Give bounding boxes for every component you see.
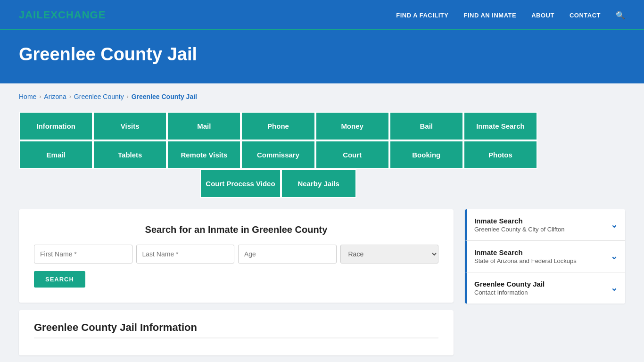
sep1: ›: [39, 93, 41, 100]
nav-links: FIND A FACILITY FIND AN INMATE ABOUT CON…: [396, 11, 625, 20]
sidebar-contact-info[interactable]: Greenlee County Jail Contact Information…: [465, 272, 625, 304]
btn-court[interactable]: Court: [315, 140, 389, 169]
hero-section: Greenlee County Jail: [0, 30, 644, 83]
btn-court-process-video[interactable]: Court Process Video: [200, 169, 281, 198]
btn-mail[interactable]: Mail: [167, 112, 241, 140]
btn-photos[interactable]: Photos: [463, 140, 537, 169]
main-area: Home › Arizona › Greenlee County › Green…: [0, 83, 644, 362]
left-column: Search for an Inmate in Greenlee County …: [19, 209, 454, 355]
sidebar-inmate-search-arizona[interactable]: Inmate Search State of Arizona and Feder…: [465, 241, 625, 272]
content-layout: Search for an Inmate in Greenlee County …: [19, 209, 625, 355]
btn-remote-visits[interactable]: Remote Visits: [167, 140, 241, 169]
search-fields: Race White Black Hispanic Asian Native A…: [34, 245, 438, 263]
sidebar-item-title-2: Inmate Search: [474, 248, 577, 256]
logo[interactable]: JAILEXCHANGE: [19, 9, 106, 21]
btn-email[interactable]: Email: [19, 140, 93, 169]
chevron-down-icon-3: ⌄: [611, 283, 618, 293]
find-facility-link[interactable]: FIND A FACILITY: [396, 12, 448, 19]
btn-bail[interactable]: Bail: [389, 112, 463, 140]
sidebar-inmate-search-greenlee[interactable]: Inmate Search Greenlee County & City of …: [465, 209, 625, 241]
breadcrumb-arizona[interactable]: Arizona: [44, 93, 66, 100]
btn-row-3: Court Process Video Nearby Jails: [19, 169, 537, 198]
breadcrumb-home[interactable]: Home: [19, 93, 36, 100]
breadcrumb: Home › Arizona › Greenlee County › Green…: [19, 93, 625, 100]
search-icon[interactable]: 🔍: [616, 11, 625, 20]
button-grid: Information Visits Mail Phone Money Bail…: [19, 112, 537, 198]
sidebar-item-title-3: Greenlee County Jail: [474, 280, 545, 288]
logo-jail: JAIL: [19, 9, 43, 21]
btn-information[interactable]: Information: [19, 112, 93, 140]
sidebar-item-sub-3: Contact Information: [474, 289, 545, 296]
btn-phone[interactable]: Phone: [241, 112, 315, 140]
sep3: ›: [127, 93, 129, 100]
navbar: JAILEXCHANGE FIND A FACILITY FIND AN INM…: [0, 0, 644, 30]
sidebar: Inmate Search Greenlee County & City of …: [465, 209, 625, 304]
breadcrumb-greenlee-county[interactable]: Greenlee County: [74, 93, 124, 100]
info-section: Greenlee County Jail Information: [19, 310, 454, 355]
sidebar-item-sub-1: Greenlee County & City of Clifton: [474, 226, 564, 233]
first-name-input[interactable]: [34, 245, 132, 263]
btn-nearby-jails[interactable]: Nearby Jails: [281, 169, 356, 198]
btn-row-1: Information Visits Mail Phone Money Bail…: [19, 112, 537, 140]
chevron-down-icon-2: ⌄: [611, 251, 618, 262]
sidebar-item-sub-2: State of Arizona and Federal Lockups: [474, 257, 577, 264]
breadcrumb-current: Greenlee County Jail: [132, 93, 197, 100]
btn-visits[interactable]: Visits: [93, 112, 167, 140]
sep2: ›: [69, 93, 71, 100]
search-title: Search for an Inmate in Greenlee County: [34, 224, 438, 235]
search-button[interactable]: SEARCH: [34, 271, 85, 288]
btn-row-2: Email Tablets Remote Visits Commissary C…: [19, 140, 537, 169]
btn-inmate-search[interactable]: Inmate Search: [463, 112, 537, 140]
btn-tablets[interactable]: Tablets: [93, 140, 167, 169]
info-title: Greenlee County Jail Information: [34, 321, 438, 338]
contact-link[interactable]: CONTACT: [570, 12, 601, 19]
btn-commissary[interactable]: Commissary: [241, 140, 315, 169]
page-title: Greenlee County Jail: [19, 44, 625, 65]
chevron-down-icon-1: ⌄: [611, 220, 618, 230]
last-name-input[interactable]: [136, 245, 235, 263]
search-card: Search for an Inmate in Greenlee County …: [19, 209, 454, 303]
sidebar-item-title-1: Inmate Search: [474, 217, 564, 225]
find-inmate-link[interactable]: FIND AN INMATE: [463, 12, 516, 19]
race-select[interactable]: Race White Black Hispanic Asian Native A…: [340, 245, 439, 263]
btn-booking[interactable]: Booking: [389, 140, 463, 169]
btn-money[interactable]: Money: [315, 112, 389, 140]
age-input[interactable]: [238, 245, 337, 263]
about-link[interactable]: ABOUT: [531, 12, 554, 19]
logo-exchange: EXCHANGE: [43, 9, 106, 21]
